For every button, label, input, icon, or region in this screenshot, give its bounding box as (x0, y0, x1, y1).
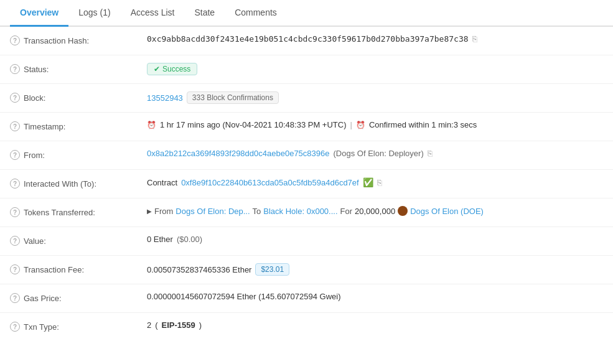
status-badge: ✔ Success (147, 63, 197, 75)
tokens-transferred-value: ▶ From Dogs Of Elon: Dep... To Black Hol… (147, 206, 603, 216)
clock-icon: ⏰ (147, 121, 156, 129)
gas-price-row: ? Gas Price: 0.000000145607072594 Ether … (0, 284, 613, 313)
tokens-transferred-help-icon[interactable]: ? (10, 207, 20, 217)
block-value: 13552943 333 Block Confirmations (147, 91, 603, 104)
block-confirmations-badge: 333 Block Confirmations (187, 91, 279, 104)
transaction-hash-copy-icon[interactable]: ⎘ (472, 34, 477, 44)
tab-state[interactable]: State (184, 0, 225, 27)
transaction-hash-label: ? Transaction Hash: (10, 34, 147, 45)
token-image (398, 206, 408, 216)
tab-comments[interactable]: Comments (225, 0, 287, 27)
from-label: ? From: (10, 149, 147, 160)
from-address-link[interactable]: 0x8a2b212ca369f4893f298dd0c4aebe0e75c839… (147, 149, 330, 158)
from-copy-icon[interactable]: ⎘ (428, 149, 433, 158)
tokens-transferred-label: ? Tokens Transferred: (10, 206, 147, 217)
status-label: ? Status: (10, 63, 147, 74)
status-help-icon[interactable]: ? (10, 64, 20, 74)
transaction-fee-usd-badge: $23.01 (255, 263, 289, 276)
transaction-hash-value: 0xc9abb8acdd30f2431e4e19b051c4cbdc9c330f… (147, 34, 603, 44)
from-help-icon[interactable]: ? (10, 150, 20, 160)
confirmed-clock-icon: ⏰ (356, 121, 365, 129)
tab-access-list[interactable]: Access List (121, 0, 185, 27)
verified-icon: ✅ (363, 177, 373, 187)
token-to-link[interactable]: Black Hole: 0x000.... (263, 207, 337, 216)
txn-type-label: ? Txn Type: (10, 320, 147, 332)
value-row: ? Value: 0 Ether ($0.00) (0, 227, 613, 256)
interacted-with-value: Contract 0xf8e9f10c22840b613cda05a0c5fdb… (147, 177, 603, 187)
token-from-link[interactable]: Dogs Of Elon: Dep... (175, 207, 250, 216)
gas-price-help-icon[interactable]: ? (10, 293, 20, 303)
interacted-with-label: ? Interacted With (To): (10, 177, 147, 189)
success-checkmark-icon: ✔ (154, 65, 160, 73)
contract-address-link[interactable]: 0xf8e9f10c22840b613cda05a0c5fdb59a4d6cd7… (181, 178, 359, 187)
timestamp-row: ? Timestamp: ⏰ 1 hr 17 mins ago (Nov-04-… (0, 113, 613, 141)
timestamp-label: ? Timestamp: (10, 120, 147, 131)
eip-badge: EIP-1559 (162, 320, 195, 330)
gas-price-value: 0.000000145607072594 Ether (145.60707259… (147, 292, 603, 301)
block-label: ? Block: (10, 91, 147, 103)
block-help-icon[interactable]: ? (10, 93, 20, 103)
value-label: ? Value: (10, 235, 147, 246)
tab-logs[interactable]: Logs (1) (68, 0, 120, 27)
transaction-hash-row: ? Transaction Hash: 0xc9abb8acdd30f2431e… (0, 27, 613, 55)
transaction-fee-help-icon[interactable]: ? (10, 264, 20, 274)
contract-copy-icon[interactable]: ⎘ (377, 178, 382, 187)
status-row: ? Status: ✔ Success (0, 55, 613, 84)
transaction-fee-value: 0.00507352837465336 Ether $23.01 (147, 263, 603, 276)
tokens-transferred-row: ? Tokens Transferred: ▶ From Dogs Of Elo… (0, 198, 613, 227)
token-transfer-details: ▶ From Dogs Of Elon: Dep... To Black Hol… (147, 206, 484, 216)
block-row: ? Block: 13552943 333 Block Confirmation… (0, 84, 613, 113)
interacted-with-row: ? Interacted With (To): Contract 0xf8e9f… (0, 170, 613, 198)
value-value: 0 Ether ($0.00) (147, 235, 603, 244)
value-help-icon[interactable]: ? (10, 236, 20, 246)
from-row: ? From: 0x8a2b212ca369f4893f298dd0c4aebe… (0, 141, 613, 170)
transaction-fee-row: ? Transaction Fee: 0.00507352837465336 E… (0, 256, 613, 284)
tab-overview[interactable]: Overview (10, 0, 68, 27)
timestamp-help-icon[interactable]: ? (10, 121, 20, 131)
txn-type-help-icon[interactable]: ? (10, 322, 20, 332)
interacted-with-help-icon[interactable]: ? (10, 179, 20, 189)
block-number-link[interactable]: 13552943 (147, 93, 183, 103)
token-triangle-icon: ▶ (147, 208, 152, 215)
status-value: ✔ Success (147, 63, 603, 75)
from-value: 0x8a2b212ca369f4893f298dd0c4aebe0e75c839… (147, 149, 603, 158)
gas-price-label: ? Gas Price: (10, 292, 147, 303)
transaction-hash-help-icon[interactable]: ? (10, 35, 20, 45)
overview-content: ? Transaction Hash: 0xc9abb8acdd30f2431e… (0, 27, 613, 342)
txn-type-value: 2 (EIP-1559) (147, 320, 603, 330)
token-name-link[interactable]: Dogs Of Elon (DOE) (410, 207, 484, 216)
txn-type-row: ? Txn Type: 2 (EIP-1559) (0, 313, 613, 342)
tab-bar: Overview Logs (1) Access List State Comm… (0, 0, 613, 27)
timestamp-value: ⏰ 1 hr 17 mins ago (Nov-04-2021 10:48:33… (147, 120, 603, 129)
transaction-fee-label: ? Transaction Fee: (10, 263, 147, 274)
